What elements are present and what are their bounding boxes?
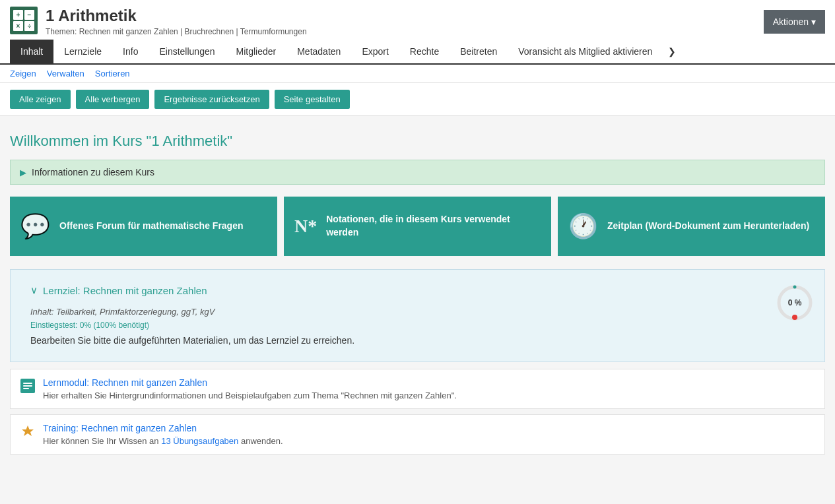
aktionen-button[interactable]: Aktionen ▾ xyxy=(764,10,825,34)
svg-rect-3 xyxy=(23,383,32,384)
training-body: Training: Rechnen mit ganzen Zahlen Hier… xyxy=(43,423,815,446)
nav-tabs: Inhalt Lernziele Info Einstellungen Mitg… xyxy=(0,40,835,65)
logo-div-br: ÷ xyxy=(24,21,34,31)
learning-toggle-icon[interactable]: ∨ xyxy=(30,284,38,296)
lernmodul-icon xyxy=(20,379,35,397)
tab-beitreten[interactable]: Beitreten xyxy=(450,40,508,63)
sub-nav: Zeigen Verwalten Sortieren xyxy=(0,65,835,83)
learning-section-inner: ∨ Lernziel: Rechnen mit ganzen Zahlen In… xyxy=(11,270,824,362)
tab-einstellungen[interactable]: Einstellungen xyxy=(149,40,225,63)
tab-info[interactable]: Info xyxy=(112,40,149,63)
learning-title: Lernziel: Rechnen mit ganzen Zahlen xyxy=(43,285,207,296)
progress-circle: 0 % xyxy=(775,283,815,323)
tab-inhalt[interactable]: Inhalt xyxy=(10,40,53,63)
learning-test-info: Einstiegstest: 0% (100% benötigt) xyxy=(30,321,765,330)
cards-row: 💬 Offenes Forum für mathematische Fragen… xyxy=(10,197,825,256)
training-desc-before: Hier können Sie Ihr Wissen an xyxy=(43,436,161,446)
toolbar: Alle zeigen Alle verbergen Ergebnisse zu… xyxy=(0,83,835,116)
main-content: Willkommen im Kurs "1 Arithmetik" ▶ Info… xyxy=(0,116,835,470)
header-title-block: 1 Arithmetik Themen: Rechnen mit ganzen … xyxy=(46,7,307,36)
info-box-arrow-icon: ▶ xyxy=(20,168,26,177)
progress-dot xyxy=(792,315,797,320)
welcome-heading: Willkommen im Kurs "1 Arithmetik" xyxy=(10,133,825,150)
svg-rect-5 xyxy=(23,388,29,389)
card-notationen-text: Notationen, die in diesem Kurs ver­wende… xyxy=(326,213,541,239)
learning-header: ∨ Lernziel: Rechnen mit ganzen Zahlen xyxy=(20,276,775,304)
seite-gestalten-button[interactable]: Seite gestalten xyxy=(275,90,350,109)
logo-minus-tr: − xyxy=(24,10,34,20)
page-header: + − × ÷ 1 Arithmetik Themen: Rechnen mit… xyxy=(0,0,835,40)
nav-more-icon[interactable]: ❯ xyxy=(663,40,681,63)
forum-icon: 💬 xyxy=(20,212,50,240)
training-desc-after: anwenden. xyxy=(238,436,283,446)
learning-content: Inhalt: Teilbarkeit, Primfaktorzerlegung… xyxy=(20,304,775,355)
subnav-sortieren[interactable]: Sortieren xyxy=(95,69,130,79)
progress-text: 0 % xyxy=(788,298,802,307)
tab-export[interactable]: Export xyxy=(351,40,399,63)
card-forum[interactable]: 💬 Offenes Forum für mathematische Fragen xyxy=(10,197,277,256)
tab-mitglieder[interactable]: Mitglieder xyxy=(226,40,287,63)
learning-left: ∨ Lernziel: Rechnen mit ganzen Zahlen In… xyxy=(20,276,775,355)
info-box-text: Informationen zu diesem Kurs xyxy=(32,167,154,177)
training-title[interactable]: Training: Rechnen mit ganzen Zahlen xyxy=(43,423,815,433)
svg-rect-4 xyxy=(23,385,32,387)
card-notationen[interactable]: N* Notationen, die in diesem Kurs ver­we… xyxy=(284,197,551,256)
learning-message: Bearbeiten Sie bitte die aufgeführten Ma… xyxy=(30,335,765,346)
content-item-training: Training: Rechnen mit ganzen Zahlen Hier… xyxy=(10,414,825,455)
tab-metadaten[interactable]: Metadaten xyxy=(286,40,351,63)
zeitplan-icon: 🕐 xyxy=(568,212,598,240)
tab-lernziele[interactable]: Lernziele xyxy=(53,40,112,63)
training-exercises-link[interactable]: 13 Übungsaufgaben xyxy=(161,436,238,446)
training-desc: Hier können Sie Ihr Wissen an 13 Übungsa… xyxy=(43,436,815,446)
page-subtitle: Themen: Rechnen mit ganzen Zahlen | Bruc… xyxy=(46,27,307,36)
header-left: + − × ÷ 1 Arithmetik Themen: Rechnen mit… xyxy=(10,7,307,36)
ergebnisse-zuruecksetzen-button[interactable]: Ergebnisse zurücksetzen xyxy=(154,90,269,109)
page-title: 1 Arithmetik xyxy=(46,7,307,25)
tab-rechte[interactable]: Rechte xyxy=(399,40,450,63)
alle-zeigen-button[interactable]: Alle zeigen xyxy=(10,90,71,109)
learning-progress-wrap: ∨ Lernziel: Rechnen mit ganzen Zahlen In… xyxy=(20,276,815,355)
course-logo: + − × ÷ xyxy=(10,7,38,34)
notationen-icon: N* xyxy=(294,216,317,237)
learning-section: ∨ Lernziel: Rechnen mit ganzen Zahlen In… xyxy=(10,269,825,362)
card-zeitplan[interactable]: 🕐 Zeitplan (Word-Dokument zum Herunterla… xyxy=(558,197,825,256)
lernmodul-body: Lernmodul: Rechnen mit ganzen Zahlen Hie… xyxy=(43,377,815,400)
subnav-zeigen[interactable]: Zeigen xyxy=(10,69,36,79)
subnav-verwalten[interactable]: Verwalten xyxy=(47,69,84,79)
logo-mult-bl: × xyxy=(13,21,23,31)
card-forum-text: Offenes Forum für mathematische Fragen xyxy=(59,220,244,233)
training-icon xyxy=(20,424,35,443)
alle-verbergen-button[interactable]: Alle verbergen xyxy=(76,90,150,109)
tab-voransicht[interactable]: Voransicht als Mitglied aktivieren xyxy=(508,40,663,63)
lernmodul-title[interactable]: Lernmodul: Rechnen mit ganzen Zahlen xyxy=(43,377,815,388)
logo-plus-tl: + xyxy=(13,10,23,20)
lernmodul-desc: Hier erhalten Sie Hintergrundinformation… xyxy=(43,391,815,400)
content-item-lernmodul: Lernmodul: Rechnen mit ganzen Zahlen Hie… xyxy=(10,369,825,409)
learning-subtitle: Inhalt: Teilbarkeit, Primfaktorzerlegung… xyxy=(30,307,765,317)
card-zeitplan-text: Zeitplan (Word-Dokument zum Herunterlade… xyxy=(607,220,809,233)
info-box[interactable]: ▶ Informationen zu diesem Kurs xyxy=(10,160,825,185)
